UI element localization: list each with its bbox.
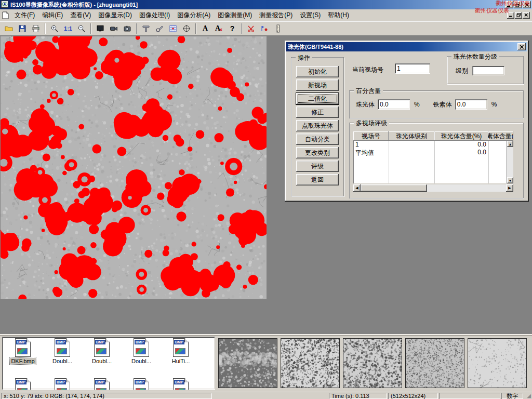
scroll-right-icon[interactable]: ▶ bbox=[506, 184, 513, 192]
marker-button[interactable] bbox=[258, 22, 271, 35]
file-list: BMP DKF.bmp BMP Doubl... BMP Doubl... BM… bbox=[2, 337, 215, 390]
file-name: DKF.bmp bbox=[10, 358, 35, 364]
sample-thumbnail-5[interactable] bbox=[468, 338, 527, 388]
menu-help[interactable]: 帮助(H) bbox=[324, 9, 353, 21]
pearlite-percent-input[interactable]: 0.0 bbox=[378, 99, 410, 110]
bmp-file-icon: BMP bbox=[173, 378, 189, 390]
scroll-down-icon[interactable]: ▼ bbox=[507, 177, 513, 183]
micrometer-icon bbox=[155, 24, 164, 33]
ruler-icon bbox=[274, 24, 282, 33]
file-item[interactable]: BMP bbox=[3, 378, 43, 390]
mdi-close-button[interactable] bbox=[523, 12, 530, 19]
print-button[interactable] bbox=[29, 22, 43, 35]
video-capture-button[interactable] bbox=[107, 22, 121, 35]
file-item[interactable]: BMP bbox=[82, 378, 122, 390]
menu-measure-report[interactable]: 测量报告(P) bbox=[256, 9, 296, 21]
file-item[interactable]: BMP bbox=[43, 378, 82, 390]
file-item[interactable]: BMP DKF.bmp bbox=[3, 338, 43, 364]
sample-thumbnail-4[interactable] bbox=[405, 338, 464, 388]
file-item[interactable]: BMP Doubl... bbox=[43, 338, 82, 364]
menu-file[interactable]: 文件(F) bbox=[11, 9, 38, 21]
scrollbar-thumb[interactable] bbox=[361, 184, 427, 192]
dialog-close-button[interactable] bbox=[517, 43, 526, 50]
menu-image-analysis[interactable]: 图像分析(A) bbox=[174, 9, 214, 21]
close-button[interactable] bbox=[523, 1, 531, 8]
restore-button[interactable] bbox=[514, 1, 522, 8]
table-header: 视场号 珠光体级别 珠光体含量(%) 铁素体含量(%) bbox=[353, 131, 513, 141]
sample-thumbnail-1[interactable] bbox=[218, 338, 277, 388]
file-browser-panel: BMP DKF.bmp BMP Doubl... BMP Doubl... BM… bbox=[0, 334, 532, 392]
ferrite-label: 铁素体 bbox=[433, 100, 452, 109]
table-row[interactable]: 平均值 0.0 bbox=[353, 149, 513, 156]
delete-text-button[interactable]: A× bbox=[212, 22, 225, 35]
initialize-button[interactable]: 初始化 bbox=[296, 66, 339, 77]
crosshair-button[interactable] bbox=[180, 22, 193, 35]
column-header-field[interactable]: 视场号 bbox=[353, 131, 389, 141]
sample-thumbnail-3[interactable] bbox=[343, 338, 402, 388]
sample-thumbnail-2[interactable] bbox=[281, 338, 340, 388]
open-file-button[interactable] bbox=[2, 22, 16, 35]
help-button[interactable]: ? bbox=[225, 22, 239, 35]
dialog-title: 珠光体(GB/T9441-88) bbox=[288, 43, 343, 51]
current-field-input[interactable]: 1 bbox=[395, 63, 430, 74]
file-item[interactable]: BMP Doubl... bbox=[122, 338, 161, 364]
binarize-button[interactable]: 二值化 bbox=[296, 93, 339, 104]
micrometer-measure-button[interactable] bbox=[153, 22, 166, 35]
mdi-minimize-button[interactable] bbox=[507, 12, 514, 19]
photo-capture-button[interactable] bbox=[121, 22, 134, 35]
file-item[interactable]: BMP bbox=[161, 378, 201, 390]
table-vertical-scrollbar[interactable]: ▲ ▼ bbox=[507, 141, 513, 183]
add-text-button[interactable]: A bbox=[198, 22, 212, 35]
percent-group-label: 百分含量 bbox=[354, 87, 383, 96]
percent-sign: % bbox=[491, 101, 497, 108]
zoom-in-button[interactable] bbox=[48, 22, 61, 35]
column-header-pearlite[interactable]: 珠光体含量(%) bbox=[434, 131, 488, 141]
caliper-measure-button[interactable] bbox=[139, 22, 153, 35]
level-label: 级别 bbox=[456, 66, 468, 75]
scroll-left-icon[interactable]: ◀ bbox=[353, 184, 361, 192]
table-horizontal-scrollbar[interactable]: ◀ ▶ bbox=[353, 184, 513, 192]
micrograph-image[interactable] bbox=[1, 36, 267, 299]
menu-image-processing[interactable]: 图像处理(I) bbox=[136, 9, 174, 21]
mode-status: 数字 bbox=[501, 393, 523, 399]
image-size-status: (512x512x24) bbox=[388, 393, 438, 399]
resize-grip-icon[interactable]: ◢ bbox=[524, 393, 531, 399]
table-row[interactable]: 1 0.0 bbox=[353, 141, 513, 149]
correction-button[interactable]: 修正 bbox=[296, 107, 339, 118]
status-spacer bbox=[213, 393, 328, 399]
level-input[interactable] bbox=[472, 66, 504, 75]
auto-classify-button[interactable]: 自动分类 bbox=[296, 134, 339, 145]
grid-measure-button[interactable] bbox=[166, 22, 180, 35]
menu-bar: 文件(F) 编辑(E) 查看(V) 图像显示(D) 图像处理(I) 图像分析(A… bbox=[0, 9, 532, 21]
ruler-button[interactable] bbox=[271, 22, 285, 35]
column-header-ferrite[interactable]: 铁素体含量(%) bbox=[488, 131, 513, 141]
actual-size-button[interactable]: 1:1 bbox=[61, 22, 75, 35]
mdi-restore-button[interactable] bbox=[515, 12, 522, 19]
pick-pearlite-button[interactable]: 点取珠光体 bbox=[296, 120, 339, 131]
window-title: IS100显微摄像系统(金相分析版) - [zhuguangti01] bbox=[10, 1, 138, 9]
menu-view[interactable]: 查看(V) bbox=[66, 9, 95, 21]
save-button[interactable] bbox=[16, 22, 29, 35]
preview-button[interactable] bbox=[94, 22, 107, 35]
sample-thumbnails bbox=[218, 338, 527, 388]
change-category-button[interactable]: 更改类别 bbox=[296, 147, 339, 158]
cut-region-button[interactable] bbox=[244, 22, 258, 35]
ferrite-percent-input[interactable]: 0.0 bbox=[455, 99, 487, 110]
document-icon[interactable] bbox=[2, 11, 9, 19]
file-item[interactable]: BMP Doubl... bbox=[82, 338, 122, 364]
dialog-title-bar[interactable]: 珠光体(GB/T9441-88) bbox=[286, 42, 527, 51]
cell-field-no: 平均值 bbox=[353, 149, 389, 156]
file-item[interactable]: BMP HuiTi... bbox=[161, 338, 201, 364]
menu-edit[interactable]: 编辑(E) bbox=[38, 9, 66, 21]
column-header-level[interactable]: 珠光体级别 bbox=[389, 131, 434, 141]
file-item[interactable]: BMP bbox=[122, 378, 161, 390]
grade-button[interactable]: 评级 bbox=[296, 161, 339, 172]
scroll-up-icon[interactable]: ▲ bbox=[507, 141, 513, 147]
menu-image-display[interactable]: 图像显示(D) bbox=[95, 9, 136, 21]
menu-image-measure[interactable]: 图像测量(M) bbox=[214, 9, 256, 21]
new-field-button[interactable]: 新视场 bbox=[296, 79, 339, 91]
menu-settings[interactable]: 设置(S) bbox=[296, 9, 324, 21]
minimize-button[interactable] bbox=[505, 1, 513, 8]
zoom-out-button[interactable] bbox=[75, 22, 88, 35]
return-button[interactable]: 返回 bbox=[296, 174, 339, 185]
